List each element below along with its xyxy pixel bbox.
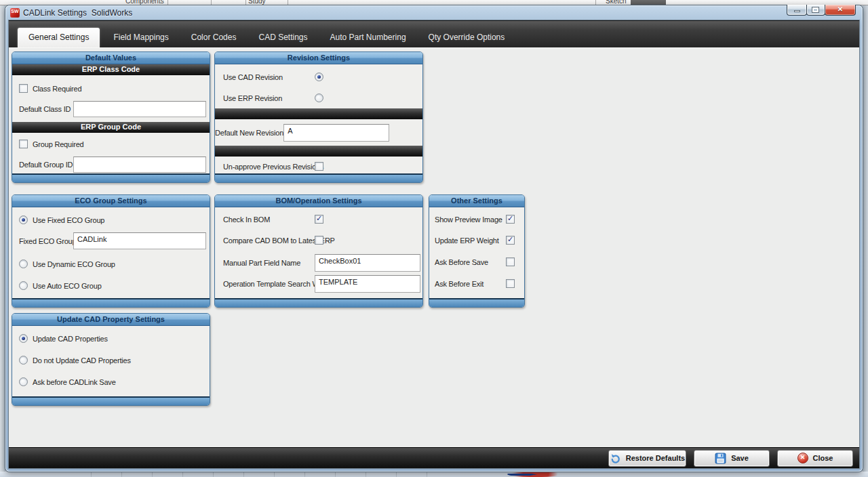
use-fixed-eco-group-label: Use Fixed ECO Group (33, 216, 104, 224)
panel-footer (215, 173, 422, 182)
ask-before-save-label: Ask Before Save (435, 258, 488, 266)
save-button[interactable]: Save (694, 450, 770, 467)
action-bar: Restore Defaults Save Close (9, 447, 859, 468)
restore-arrow-icon (610, 453, 621, 464)
compare-cad-bom-label: Compare CAD BOM to Latest ERP (215, 236, 315, 245)
fixed-eco-group-input[interactable] (73, 232, 206, 249)
unapprove-previous-revisions-checkbox[interactable] (315, 162, 323, 171)
background-right-strip (863, 5, 868, 472)
floppy-disk-icon (715, 453, 726, 464)
use-auto-eco-group-label: Use Auto ECO Group (33, 282, 102, 290)
update-cad-properties-label: Update CAD Properties (33, 335, 108, 343)
tab-qty-override-options[interactable]: Qty Override Options (420, 28, 514, 47)
window-controls: ✕ (787, 5, 856, 16)
solidworks-cube-icon (10, 8, 20, 18)
tab-field-mappings[interactable]: Field Mappings (104, 28, 177, 47)
default-group-id-input[interactable] (73, 157, 206, 173)
ask-before-save-checkbox[interactable] (506, 257, 515, 266)
background-toolbar-label: Sketch (606, 0, 627, 5)
maximize-icon (812, 7, 818, 12)
use-cad-revision-radio[interactable] (315, 72, 323, 81)
ask-before-exit-checkbox[interactable] (506, 279, 515, 288)
tab-general-settings[interactable]: General Settings (18, 28, 100, 47)
use-auto-eco-group-radio[interactable] (19, 281, 28, 290)
operation-template-search-word-input[interactable] (315, 275, 420, 293)
background-toolbar-label: Study (248, 0, 266, 5)
screen: Components Study Sketch CADLink Settings… (0, 0, 868, 477)
default-class-id-input[interactable] (73, 101, 206, 117)
restore-defaults-label: Restore Defaults (626, 454, 685, 462)
eco-group-settings-panel: ECO Group Settings Use Fixed ECO Group F… (12, 194, 210, 308)
panel-footer (12, 298, 210, 307)
background-toolbar-strip: Components Study Sketch (0, 0, 868, 5)
panel-title: BOM/Operation Settings (215, 195, 422, 207)
default-class-id-label: Default Class ID (19, 105, 73, 113)
background-bottom-strip (0, 472, 868, 477)
use-erp-revision-radio[interactable] (315, 94, 323, 102)
background-solidworks-logo (507, 472, 564, 477)
panel-footer (12, 173, 210, 182)
erp-class-code-header: ERP Class Code (12, 64, 210, 75)
update-cad-properties-radio[interactable] (19, 334, 28, 343)
divider-bar (215, 108, 422, 119)
window-close-button[interactable]: ✕ (825, 5, 856, 16)
panel-title: Update CAD Property Settings (12, 314, 210, 326)
window-close-icon: ✕ (825, 5, 855, 13)
background-table-lines (61, 472, 434, 477)
compare-cad-bom-checkbox[interactable] (315, 236, 323, 245)
unapprove-previous-revisions-label: Un-approve Previous Revisions (215, 163, 315, 171)
class-required-checkbox[interactable] (19, 84, 28, 93)
class-required-label: Class Required (33, 85, 81, 93)
tab-auto-part-numbering[interactable]: Auto Part Numbering (321, 28, 415, 47)
ask-before-cadlink-save-radio[interactable] (19, 377, 28, 386)
background-toolbar-label: Components (125, 0, 164, 5)
panel-footer (215, 298, 422, 307)
use-erp-revision-label: Use ERP Revision (215, 94, 315, 102)
background-left-strip (0, 5, 5, 472)
maximize-button[interactable] (806, 5, 825, 16)
minimize-icon (794, 10, 800, 12)
panel-footer (12, 396, 210, 405)
panel-footer (429, 298, 524, 307)
panel-title: Revision Settings (215, 52, 422, 64)
revision-settings-panel: Revision Settings Use CAD Revision Use E… (214, 51, 423, 183)
panel-title: ECO Group Settings (12, 195, 210, 207)
fixed-eco-group-label: Fixed ECO Group (19, 237, 73, 245)
default-new-revision-input[interactable] (283, 124, 389, 142)
group-required-label: Group Required (33, 140, 83, 148)
general-settings-page: Default Values ERP Class Code Class Requ… (9, 47, 859, 447)
window-title: CADLink Settings SolidWorks (23, 8, 132, 18)
save-label: Save (731, 454, 749, 462)
panel-title: Default Values (12, 52, 210, 64)
check-in-bom-checkbox[interactable] (315, 215, 323, 224)
show-preview-image-label: Show Preview Image (435, 215, 502, 224)
use-dynamic-eco-group-label: Use Dynamic ECO Group (33, 260, 115, 268)
manual-part-field-name-input[interactable] (315, 254, 420, 272)
check-in-bom-label: Check In BOM (215, 215, 315, 224)
manual-part-field-name-label: Manual Part Field Name (215, 259, 315, 267)
minimize-button[interactable] (787, 5, 807, 16)
use-cad-revision-label: Use CAD Revision (215, 73, 315, 81)
update-erp-weight-checkbox[interactable] (506, 236, 515, 245)
use-fixed-eco-group-radio[interactable] (19, 215, 28, 224)
use-dynamic-eco-group-radio[interactable] (19, 260, 28, 268)
do-not-update-cad-properties-radio[interactable] (19, 356, 28, 365)
dialog-client-area: General Settings Field Mappings Color Co… (9, 20, 859, 468)
ask-before-exit-label: Ask Before Exit (435, 280, 484, 288)
erp-group-code-header: ERP Group Code (12, 122, 210, 133)
show-preview-image-checkbox[interactable] (506, 215, 515, 224)
panel-title: Other Settings (429, 195, 524, 207)
group-required-checkbox[interactable] (19, 140, 28, 148)
tab-color-codes[interactable]: Color Codes (182, 28, 245, 47)
update-erp-weight-label: Update ERP Weight (435, 236, 499, 245)
tab-cad-settings[interactable]: CAD Settings (250, 28, 316, 47)
close-label: Close (813, 454, 833, 462)
close-button[interactable]: Close (777, 450, 853, 467)
titlebar[interactable]: CADLink Settings SolidWorks (5, 5, 863, 20)
default-new-revision-label: Default New Revision (215, 129, 283, 137)
tab-bar: General Settings Field Mappings Color Co… (9, 20, 859, 47)
default-group-id-label: Default Group ID (19, 161, 73, 169)
restore-defaults-button[interactable]: Restore Defaults (608, 450, 686, 467)
do-not-update-cad-properties-label: Do not Update CAD Properties (33, 356, 131, 365)
operation-template-search-word-label: Operation Template Search Word (215, 280, 315, 288)
